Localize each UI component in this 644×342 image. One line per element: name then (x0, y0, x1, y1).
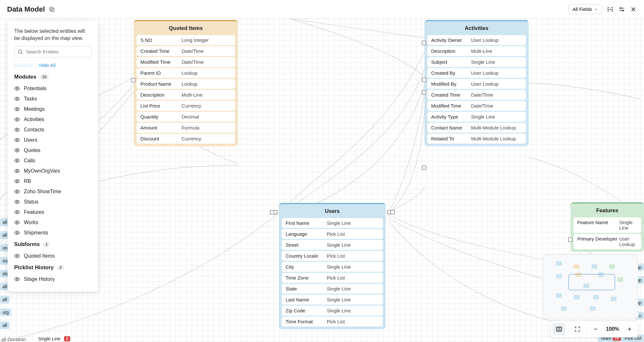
field-row[interactable]: CitySingle Line (282, 262, 383, 272)
entity-list-item[interactable]: Calls (14, 156, 92, 166)
field-type: Single Line (471, 114, 495, 119)
eye-icon[interactable] (14, 106, 20, 112)
eye-icon[interactable] (14, 178, 20, 184)
eye-icon[interactable] (14, 220, 20, 225)
field-row[interactable]: Country LocalePick List (282, 251, 383, 261)
field-row[interactable]: Product NameLookup (137, 79, 235, 89)
settings-sliders-icon[interactable] (618, 6, 625, 13)
field-row[interactable]: Parent IDLookup (137, 68, 235, 78)
field-row[interactable]: LanguagePick List (282, 229, 383, 239)
close-icon[interactable] (630, 6, 637, 13)
entity-list-item[interactable]: Features (14, 207, 92, 217)
search-input[interactable] (14, 46, 92, 57)
field-row[interactable]: QuantityDecimal (137, 112, 235, 122)
field-row[interactable]: First NameSingle Line (282, 218, 383, 228)
eye-icon[interactable] (14, 276, 20, 282)
eye-icon[interactable] (14, 86, 20, 91)
connector-port[interactable] (422, 78, 426, 82)
connector-port[interactable] (422, 90, 426, 95)
entity-list-item[interactable]: Stage History (14, 274, 92, 284)
eye-icon[interactable] (14, 117, 20, 122)
field-row[interactable]: DescriptionMulti-Line (137, 90, 235, 100)
entity-list-item[interactable]: RB (14, 176, 92, 186)
copy-icon[interactable] (49, 6, 55, 13)
entity-list-item[interactable]: Works (14, 217, 92, 228)
entity-list-item[interactable]: Tasks (14, 94, 92, 104)
field-row[interactable]: Contact NameMulti-Module Lookup (427, 123, 526, 133)
connector-port[interactable] (270, 210, 274, 214)
entity-card-users[interactable]: Users First NameSingle LineLanguagePick … (279, 203, 386, 329)
minimap-toggle-button[interactable] (553, 323, 565, 335)
connector-port[interactable] (422, 41, 426, 45)
connector-port[interactable] (422, 166, 426, 170)
hide-all-link[interactable]: Hide All (39, 62, 55, 68)
eye-icon[interactable] (14, 199, 20, 205)
field-row[interactable]: Last NameSingle Line (282, 295, 383, 305)
field-type: Decimal (182, 114, 199, 119)
field-row[interactable]: S.NOLong Integer (137, 35, 235, 45)
entity-card-activities[interactable]: Activities Activity OwnerUser LookupDesc… (424, 20, 529, 146)
minimap[interactable] (543, 254, 638, 319)
field-row[interactable]: Time ZonePick List (282, 273, 383, 283)
field-row[interactable]: Feature NameSingle Line (573, 217, 641, 233)
field-row[interactable]: Zip CodeSingle Line (282, 306, 383, 316)
entity-list-item[interactable]: Quotes (14, 145, 92, 156)
field-row[interactable]: List PriceCurrency (137, 101, 235, 111)
field-row[interactable]: Time FormatPick List (282, 317, 383, 327)
zoom-in-button[interactable] (623, 323, 636, 335)
entity-list-item[interactable]: Users (14, 135, 92, 145)
eye-icon[interactable] (14, 253, 20, 259)
field-row[interactable]: Activity OwnerUser Lookup (427, 35, 526, 45)
field-row[interactable]: AmountFormula (137, 123, 235, 133)
svg-point-2 (620, 7, 621, 9)
field-row[interactable]: Activity TypeSingle Line (427, 112, 526, 122)
connector-port[interactable] (131, 78, 136, 82)
entity-label: Quoted Items (24, 253, 55, 259)
field-name: S.NO (140, 37, 182, 43)
field-row[interactable]: Modified TimeDate/Time (427, 101, 526, 111)
field-row[interactable]: StateSingle Line (282, 284, 383, 294)
canvas[interactable]: all all on esc elat all all utg all all … (0, 19, 644, 342)
field-type: Single Line (327, 297, 351, 302)
connector-port[interactable] (568, 237, 573, 242)
fit-to-screen-button[interactable] (571, 323, 584, 335)
entity-list-item[interactable]: Shipments (14, 228, 92, 238)
eye-icon[interactable] (14, 158, 20, 164)
entity-list-item[interactable]: Activities (14, 114, 92, 125)
entity-list-item[interactable]: Potentials (14, 83, 92, 94)
eye-icon[interactable] (14, 147, 20, 153)
entity-card-features[interactable]: Features Feature NameSingle LinePrimary … (571, 202, 644, 252)
eye-icon[interactable] (14, 230, 20, 236)
field-row[interactable]: Modified TimeDate/Time (137, 57, 235, 67)
field-row[interactable]: Created TimeDate/Time (427, 90, 526, 100)
field-row[interactable]: Created ByUser Lookup (427, 68, 526, 78)
eye-icon[interactable] (14, 127, 20, 133)
minus-icon (593, 326, 599, 332)
field-row[interactable]: StreetSingle Line (282, 240, 383, 250)
field-row[interactable]: DiscountCurrency (137, 134, 235, 144)
entity-list-item[interactable]: Meetings (14, 104, 92, 114)
eye-icon[interactable] (14, 209, 20, 215)
eye-icon[interactable] (14, 137, 20, 143)
connector-port[interactable] (390, 210, 395, 214)
zoom-out-button[interactable] (589, 323, 602, 335)
auto-layout-icon[interactable] (607, 6, 614, 13)
field-row[interactable]: Related ToMulti-Module Lookup (427, 134, 526, 144)
eye-icon[interactable] (14, 168, 20, 174)
entity-label: Potentials (24, 86, 46, 91)
entity-list-item[interactable]: Zoho ShowTime (14, 186, 92, 197)
entity-list-item[interactable]: MyOwnOrgVars (14, 166, 92, 176)
eye-icon[interactable] (14, 96, 20, 102)
entity-card-quoted-items[interactable]: Quoted Items S.NOLong IntegerCreated Tim… (134, 20, 238, 146)
field-row[interactable]: Primary DeveloperUser Lookup (573, 234, 641, 249)
entity-list-item[interactable]: Quoted Items (14, 251, 92, 261)
show-all-link[interactable]: Show All (14, 62, 33, 68)
entity-list-item[interactable]: Status (14, 197, 92, 207)
field-row[interactable]: Created TimeDate/Time (137, 46, 235, 56)
field-row[interactable]: SubjectSingle Line (427, 57, 526, 67)
entity-list-item[interactable]: Contacts (14, 125, 92, 135)
field-row[interactable]: Modified ByUser Lookup (427, 79, 526, 89)
eye-icon[interactable] (14, 189, 20, 195)
fields-dropdown[interactable]: All Fields (568, 4, 602, 14)
field-row[interactable]: DescriptionMulti-Line (427, 46, 526, 56)
